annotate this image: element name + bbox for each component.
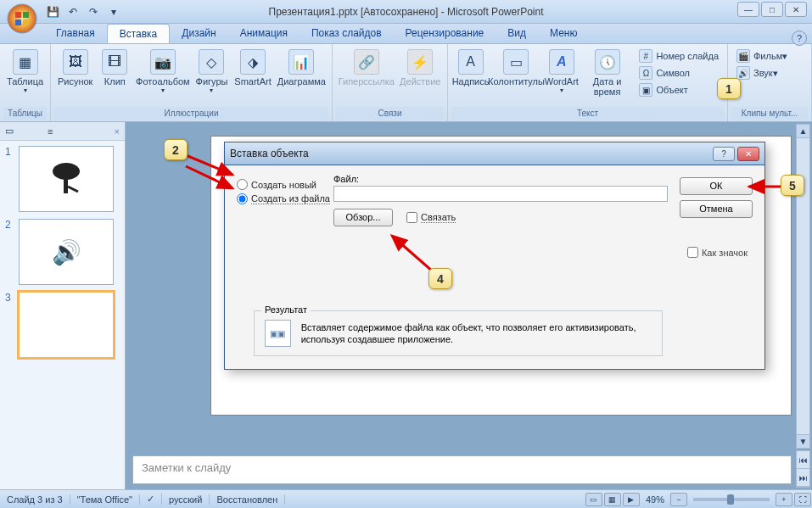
- browse-button[interactable]: Обзор...: [333, 209, 393, 226]
- as-icon-checkbox[interactable]: Как значок: [687, 247, 748, 258]
- fit-to-window-icon[interactable]: ⛶: [794, 493, 811, 506]
- dialog-close-button[interactable]: ✕: [737, 147, 759, 161]
- zoom-level[interactable]: 49%: [641, 494, 669, 505]
- status-spellcheck-icon[interactable]: ✓: [140, 494, 162, 505]
- shapes-button[interactable]: ◇Фигуры▾: [192, 46, 231, 98]
- headerfooter-button[interactable]: ▭Колонтитулы: [490, 46, 543, 90]
- tab-design[interactable]: Дизайн: [170, 24, 227, 43]
- svg-rect-3: [15, 20, 21, 25]
- action-button: ⚡Действие: [397, 46, 444, 90]
- notes-pane[interactable]: Заметки к слайду: [132, 455, 792, 484]
- shapes-icon: ◇: [199, 49, 224, 75]
- chart-button[interactable]: 📊Диаграмма: [275, 46, 328, 90]
- file-input[interactable]: [333, 186, 668, 202]
- object-button[interactable]: ▣Объект: [637, 81, 720, 98]
- redo-icon[interactable]: ↷: [85, 3, 102, 20]
- photoalbum-button[interactable]: 📷Фотоальбом▾: [133, 46, 192, 98]
- tab-slideshow[interactable]: Показ слайдов: [300, 24, 394, 43]
- status-lang[interactable]: русский: [162, 494, 210, 505]
- slides-panel: ▭ ≡ × 1 2🔊 3: [0, 122, 126, 489]
- view-normal-icon[interactable]: ▭: [585, 493, 602, 506]
- picture-icon: 🖼: [63, 49, 88, 75]
- maximize-button[interactable]: □: [761, 2, 783, 17]
- slide-thumb-1[interactable]: [19, 146, 114, 212]
- svg-line-8: [186, 166, 232, 188]
- outline-tab-icon[interactable]: ≡: [48, 126, 53, 137]
- result-groupbox: Результат ▣▣ Вставляет содержимое файла …: [254, 310, 663, 356]
- slide-num-1: 1: [5, 146, 14, 212]
- svg-line-9: [392, 236, 433, 271]
- callout-1: 1: [717, 78, 741, 99]
- prev-slide-icon[interactable]: ⏮: [797, 451, 809, 469]
- undo-icon[interactable]: ↶: [64, 3, 81, 20]
- quick-access-toolbar: 💾 ↶ ↷ ▾: [44, 0, 122, 23]
- smartart-button[interactable]: ⬗SmartArt: [232, 46, 275, 90]
- view-slideshow-icon[interactable]: ▶: [623, 493, 640, 506]
- save-icon[interactable]: 💾: [44, 3, 61, 20]
- tab-view[interactable]: Вид: [496, 24, 538, 43]
- ribbon: ▦Таблица▾ Таблицы 🖼Рисунок 🎞Клип 📷Фотоал…: [0, 44, 812, 122]
- clip-icon: 🎞: [102, 49, 127, 75]
- hash-icon: #: [639, 49, 652, 63]
- qat-dropdown-icon[interactable]: ▾: [105, 3, 122, 20]
- slide-thumb-2[interactable]: 🔊: [19, 219, 114, 285]
- dialog-title: Вставка объекта: [230, 148, 309, 159]
- scroll-up-icon[interactable]: ▲: [797, 125, 809, 138]
- table-button[interactable]: ▦Таблица▾: [3, 46, 47, 98]
- close-panel-icon[interactable]: ×: [115, 126, 120, 137]
- table-icon: ▦: [13, 49, 38, 75]
- status-saved: Восстановлен: [210, 494, 285, 505]
- callout-4: 4: [428, 268, 452, 289]
- hyperlink-icon: 🔗: [354, 49, 379, 75]
- office-button[interactable]: [5, 2, 39, 36]
- tab-insert[interactable]: Вставка: [107, 24, 171, 43]
- tab-menu[interactable]: Меню: [538, 24, 589, 43]
- wordart-button[interactable]: AWordArt▾: [543, 46, 580, 98]
- scroll-down-icon[interactable]: ▼: [797, 434, 809, 448]
- slide-thumb-3[interactable]: [19, 292, 114, 358]
- tab-animation[interactable]: Анимация: [228, 24, 300, 43]
- speaker-icon: 🔊: [736, 66, 750, 80]
- slide-num-3: 3: [5, 292, 14, 358]
- svg-rect-1: [15, 12, 21, 18]
- cancel-button[interactable]: Отмена: [680, 200, 753, 218]
- status-bar: Слайд 3 из 3 "Тема Office" ✓ русский Вос…: [0, 489, 812, 508]
- slide-number-button[interactable]: #Номер слайда: [637, 47, 720, 64]
- view-sorter-icon[interactable]: ▦: [604, 493, 621, 506]
- symbol-button[interactable]: ΩСимвол: [637, 64, 720, 81]
- slides-tab-icon[interactable]: ▭: [5, 126, 14, 137]
- close-button[interactable]: ✕: [785, 2, 807, 17]
- minimize-button[interactable]: —: [737, 2, 759, 17]
- help-button[interactable]: ?: [792, 31, 807, 46]
- tab-review[interactable]: Рецензирование: [394, 24, 496, 43]
- result-text: Вставляет содержимое файла как объект, ч…: [301, 321, 652, 345]
- svg-point-5: [53, 163, 80, 180]
- file-label: Файл:: [333, 174, 668, 184]
- sound-button[interactable]: 🔊Звук ▾: [735, 64, 789, 81]
- tab-home[interactable]: Главная: [44, 24, 107, 43]
- movie-button[interactable]: 🎬Фильм ▾: [735, 47, 789, 64]
- insert-object-dialog: Вставка объекта ? ✕ Создать новый Создат…: [224, 142, 765, 370]
- textbox-button[interactable]: AНадпись: [451, 46, 490, 90]
- dialog-help-button[interactable]: ?: [713, 147, 735, 161]
- result-label: Результат: [261, 304, 311, 315]
- clip-button[interactable]: 🎞Клип: [96, 46, 133, 90]
- datetime-button[interactable]: 🕔Дата и время: [580, 46, 635, 100]
- ribbon-tab-strip: Главная Вставка Дизайн Анимация Показ сл…: [0, 24, 812, 44]
- action-icon: ⚡: [407, 49, 433, 75]
- group-links: Связи: [336, 107, 444, 120]
- radio-create-from-file[interactable]: Создать из файла: [237, 193, 322, 204]
- zoom-slider[interactable]: [693, 498, 770, 501]
- svg-point-0: [8, 4, 36, 33]
- group-media: Клипы мульт...: [731, 107, 808, 120]
- radio-create-new[interactable]: Создать новый: [237, 179, 322, 190]
- zoom-in-icon[interactable]: +: [776, 493, 792, 506]
- status-slide: Слайд 3 из 3: [0, 494, 70, 505]
- picture-button[interactable]: 🖼Рисунок: [54, 46, 96, 90]
- svg-rect-6: [64, 178, 68, 193]
- window-title: Презентация1.pptx [Автосохранено] - Micr…: [269, 6, 544, 18]
- zoom-out-icon[interactable]: −: [670, 493, 687, 506]
- link-checkbox[interactable]: Связать: [406, 212, 456, 223]
- scrollbar-vertical[interactable]: ▲▼: [796, 124, 810, 449]
- next-slide-icon[interactable]: ⏭: [797, 469, 809, 487]
